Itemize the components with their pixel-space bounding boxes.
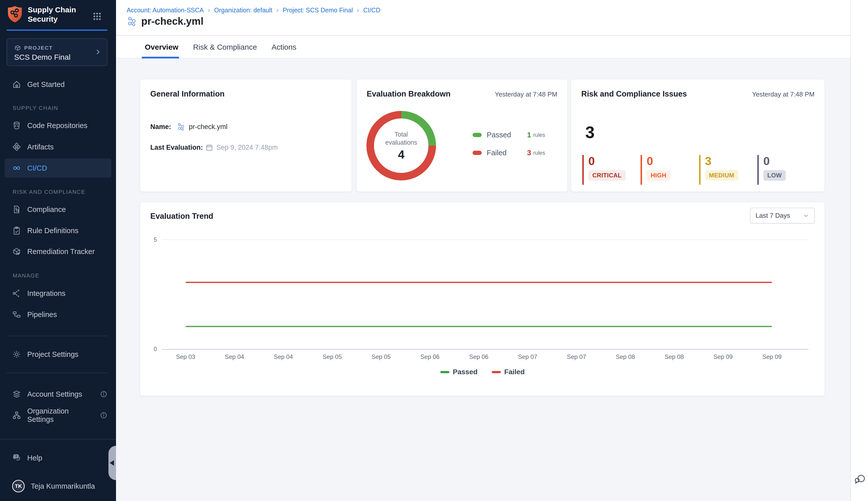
- artifacts-icon: [12, 142, 21, 151]
- sidebar-item-label: Project Settings: [27, 350, 79, 359]
- time-range-select[interactable]: Last 7 Days: [750, 207, 815, 224]
- low-badge: LOW: [763, 170, 786, 181]
- last-evaluation-label: Last Evaluation:: [150, 143, 205, 151]
- sidebar-item-remediation-tracker[interactable]: Remediation Tracker: [4, 244, 112, 259]
- project-name: SCS Demo Final: [14, 53, 70, 62]
- medium-count: 3: [705, 155, 757, 167]
- risk-compliance-issues-card: Risk and Compliance Issues Yesterday at …: [571, 79, 825, 192]
- sidebar-item-pipelines[interactable]: Pipelines: [4, 307, 112, 322]
- tab-risk-and-compliance[interactable]: Risk & Compliance: [191, 43, 258, 51]
- time-range-value: Last 7 Days: [755, 212, 790, 220]
- passed-swatch-icon: [473, 133, 482, 137]
- gridline-5: [162, 239, 808, 240]
- trend-legend: Passed Failed: [140, 368, 825, 376]
- sidebar-item-organization-settings[interactable]: Organization Settings: [4, 408, 112, 423]
- chat-support-icon[interactable]: [853, 472, 866, 485]
- breadcrumb-organization-link[interactable]: Organization: default: [214, 7, 272, 14]
- card-timestamp: Yesterday at 7:48 PM: [495, 90, 557, 98]
- x-axis-label: Sep 06: [469, 353, 488, 360]
- user-menu[interactable]: TK Teja Kummarikuntla: [4, 479, 112, 494]
- low-count: 0: [763, 155, 816, 167]
- tab-bar: Overview Risk & Compliance Actions: [116, 36, 850, 58]
- sidebar-item-label: Artifacts: [27, 143, 54, 151]
- sidebar-section-manage: MANAGE: [13, 273, 39, 279]
- sidebar-divider: [0, 439, 116, 439]
- page-header: Account: Automation-SSCA › Organization:…: [116, 0, 850, 35]
- legend-item-failed: Failed: [492, 368, 525, 376]
- compliance-icon: [12, 205, 21, 214]
- product-name: Supply Chain Security: [28, 5, 76, 24]
- legend-value: 3: [527, 149, 531, 157]
- legend-label: Passed: [487, 131, 527, 139]
- sidebar-collapse-handle[interactable]: [108, 446, 116, 480]
- x-axis-label: Sep 05: [372, 353, 391, 360]
- chevron-down-icon: [803, 212, 809, 219]
- donut-center-label: Total evaluations: [380, 130, 423, 147]
- high-badge: HIGH: [647, 170, 670, 181]
- breadcrumb: Account: Automation-SSCA › Organization:…: [127, 6, 380, 14]
- rule-definitions-icon: [12, 226, 21, 235]
- x-axis-line: [162, 349, 808, 350]
- info-icon[interactable]: [100, 390, 107, 398]
- sidebar-item-label: CI/CD: [27, 164, 47, 172]
- remediation-tracker-icon: [12, 247, 21, 256]
- donut-legend: Passed 1 rules Failed 3 rules: [473, 131, 545, 157]
- sidebar-item-help[interactable]: ? Help: [4, 450, 112, 466]
- sidebar-item-get-started[interactable]: Get Started: [4, 77, 112, 92]
- info-icon[interactable]: [100, 412, 107, 419]
- high-count: 0: [647, 155, 699, 167]
- tab-actions[interactable]: Actions: [270, 43, 298, 51]
- card-timestamp: Yesterday at 7:48 PM: [752, 90, 815, 98]
- app-grid-icon[interactable]: [92, 12, 102, 21]
- breadcrumb-project-link[interactable]: Project: SCS Demo Final: [283, 7, 353, 14]
- legend-label: Failed: [487, 149, 527, 157]
- name-value: pr-check.yml: [189, 123, 228, 131]
- pipeline-icon: [177, 122, 186, 131]
- severity-tile-high: 0 HIGH: [640, 155, 699, 185]
- breadcrumb-separator: ›: [357, 6, 359, 14]
- sidebar-section-supply-chain: SUPPLY CHAIN: [13, 105, 58, 111]
- sidebar-item-cicd[interactable]: CI/CD: [4, 159, 112, 178]
- x-axis-label: Sep 09: [713, 353, 733, 360]
- sidebar-item-label: Pipelines: [27, 310, 57, 319]
- sidebar-item-label: Get Started: [27, 81, 65, 89]
- evaluation-donut-chart: Total evaluations 4: [366, 111, 436, 180]
- severity-tile-low: 0 LOW: [757, 155, 816, 185]
- critical-count: 0: [588, 155, 640, 167]
- cube-icon: [14, 44, 21, 51]
- project-selector[interactable]: PROJECT SCS Demo Final: [7, 38, 107, 66]
- sidebar-item-compliance[interactable]: Compliance: [4, 202, 112, 217]
- collapse-arrow-icon: [110, 460, 114, 466]
- sidebar-section-risk-and-compliance: RISK AND COMPLIANCE: [13, 189, 85, 195]
- x-axis-label: Sep 04: [225, 353, 244, 360]
- severity-tiles: 0 CRITICAL 0 HIGH 3 MEDIUM 0 LOW: [582, 155, 816, 185]
- sidebar-item-code-repositories[interactable]: Code Repositories: [4, 118, 112, 133]
- cicd-infinity-icon: [12, 163, 21, 173]
- x-axis-label: Sep 07: [567, 353, 586, 360]
- sidebar-item-project-settings[interactable]: Project Settings: [4, 347, 112, 362]
- total-issues-value: 3: [585, 123, 595, 142]
- breadcrumb-cicd-link[interactable]: CI/CD: [363, 7, 380, 14]
- breadcrumb-account-link[interactable]: Account: Automation-SSCA: [127, 7, 204, 14]
- project-label: PROJECT: [24, 45, 53, 51]
- legend-item-passed: Passed: [440, 368, 478, 376]
- sidebar-item-artifacts[interactable]: Artifacts: [4, 139, 112, 154]
- sidebar-item-rule-definitions[interactable]: Rule Definitions: [4, 223, 112, 238]
- legend-label: Passed: [453, 368, 478, 376]
- integrations-icon: [12, 289, 21, 298]
- calendar-icon: [205, 143, 213, 151]
- pipeline-icon: [127, 16, 138, 27]
- critical-badge: CRITICAL: [588, 170, 626, 181]
- sidebar-item-integrations[interactable]: Integrations: [4, 286, 112, 301]
- sidebar-item-account-settings[interactable]: Account Settings: [4, 386, 112, 402]
- tab-overview[interactable]: Overview: [143, 43, 180, 51]
- medium-badge: MEDIUM: [705, 170, 739, 181]
- failed-swatch-icon: [473, 151, 482, 155]
- x-axis-label: Sep 09: [762, 353, 782, 360]
- last-evaluation-value: Sep 9, 2024 7:48pm: [216, 143, 278, 151]
- layers-icon: [12, 390, 21, 399]
- donut-total-value: 4: [398, 148, 405, 161]
- active-tab-indicator: [142, 57, 179, 58]
- home-icon: [12, 80, 21, 89]
- breadcrumb-separator: ›: [208, 6, 210, 14]
